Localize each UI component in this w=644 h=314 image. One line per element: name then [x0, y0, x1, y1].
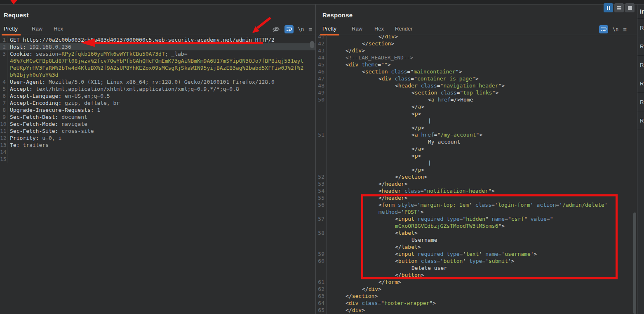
code-line: 55</header> [316, 194, 637, 201]
code-line: 57<input required type="hidden" name="cs… [316, 215, 637, 222]
line-number: 10 [0, 120, 7, 127]
response-tab-pretty[interactable]: Pretty [322, 26, 336, 32]
rows-icon [617, 6, 621, 9]
code-line: 10Sec-Fetch-Mode: navigate [0, 120, 315, 127]
burp-message-editor: Request Pretty Raw Hex [0, 0, 644, 314]
line-number [316, 236, 327, 243]
request-editor[interactable]: 1GET https://0a2c00b0032cb0a483d40137000… [0, 35, 315, 314]
line-number: 7 [0, 99, 7, 106]
line-number: 55 [316, 194, 327, 201]
code-line: 12Priority: u=0, i [0, 135, 315, 142]
response-tab-hex[interactable]: Hex [374, 26, 384, 32]
line-number [316, 117, 327, 124]
code-line: 41</div> [316, 35, 637, 40]
line-number [316, 222, 327, 229]
code-line: </a> [316, 103, 637, 110]
code-line: 47<div class="container is-page"> [316, 75, 637, 82]
code-line: My account [316, 138, 637, 145]
line-number [316, 103, 327, 110]
line-number [0, 64, 7, 71]
inspector-section-row[interactable]: R [637, 93, 644, 111]
single-view-icon [628, 6, 632, 10]
response-tab-render[interactable]: Render [395, 26, 413, 32]
request-tab-hex[interactable]: Hex [54, 26, 63, 32]
line-number: 58 [316, 229, 327, 236]
line-number [316, 152, 327, 159]
line-number: 14 [0, 149, 7, 156]
code-line: </p> [316, 166, 637, 173]
code-line: </label> [316, 243, 637, 250]
code-line: 62</div> [316, 286, 637, 293]
line-number: 51 [316, 131, 327, 138]
newline-icon[interactable]: \n [298, 26, 304, 32]
response-editor[interactable]: 41</div>42</section>43</div>44<!--LAB_HE… [316, 35, 637, 314]
inspector-section-row[interactable]: R [637, 37, 644, 56]
code-line: Username [316, 236, 637, 243]
line-number: 43 [316, 47, 327, 54]
newline-icon[interactable]: \n [613, 26, 618, 32]
code-line: </p> [316, 124, 637, 131]
line-number: 60 [316, 257, 327, 264]
code-line: </a> [316, 145, 637, 152]
single-layout-button[interactable] [625, 3, 635, 12]
request-title: Request [4, 12, 29, 19]
response-tab-raw[interactable]: Raw [352, 26, 362, 32]
word-wrap-icon[interactable] [284, 25, 294, 33]
request-code: 1GET https://0a2c00b0032cb0a483d40137000… [0, 36, 315, 163]
code-line: <p> [316, 110, 637, 117]
line-number [316, 272, 327, 279]
line-number: 6 [0, 92, 7, 99]
line-number: 53 [316, 180, 327, 187]
code-line: mCxoORBGVEdbzjGZsTMoodTW3tM5oms6"> [316, 222, 637, 229]
layout-buttons [604, 3, 635, 12]
columns-icon [607, 6, 608, 10]
word-wrap-icon[interactable] [599, 25, 608, 33]
eye-off-icon[interactable] [272, 26, 280, 33]
line-number: 56 [316, 201, 327, 208]
columns-layout-button[interactable] [604, 3, 613, 12]
line-number: 15 [0, 156, 7, 163]
code-line: 45<div theme=""> [316, 61, 637, 68]
code-line: 54<header class="notification-header"> [316, 187, 637, 194]
response-panel: Response Pretty Raw Hex Render \n ≡ 41</… [316, 5, 637, 314]
line-number: 44 [316, 54, 327, 61]
line-number [316, 138, 327, 145]
line-number: 65 [316, 307, 327, 314]
code-line: 52</section> [316, 173, 637, 180]
line-number [316, 243, 327, 250]
inspector-header[interactable]: In [637, 5, 644, 19]
menu-icon[interactable]: ≡ [308, 26, 312, 33]
request-tab-raw[interactable]: Raw [32, 26, 42, 32]
response-tabbar: Pretty Raw Hex Render [316, 23, 637, 35]
inspector-section-row[interactable]: R [637, 74, 644, 93]
code-line: 4User-Agent: Mozilla/5.0 (X11; Linux x86… [0, 78, 315, 85]
request-scrollbar-thumb[interactable] [310, 41, 314, 48]
code-line: 7Accept-Encoding: gzip, deflate, br [0, 99, 315, 106]
rows-layout-button[interactable] [614, 3, 624, 12]
line-number: 46 [316, 68, 327, 75]
line-number [316, 166, 327, 173]
line-number: 54 [316, 187, 327, 194]
code-line: 56<form style='margin-top: 1em' class='l… [316, 201, 637, 208]
response-scrollbar-thumb[interactable] [633, 212, 636, 314]
line-number: 11 [0, 127, 7, 135]
inspector-section-row[interactable]: R [637, 56, 644, 74]
inspector-section-row[interactable]: R [637, 19, 644, 37]
code-line: b%2bjyh0uYuY%3d [0, 71, 315, 78]
inspector-section-row[interactable]: R [637, 111, 644, 130]
code-line: 46<section class="maincontainer"> [316, 68, 637, 75]
line-number [316, 145, 327, 152]
response-code: 41</div>42</section>43</div>44<!--LAB_HE… [316, 35, 637, 314]
menu-icon[interactable]: ≡ [623, 26, 627, 33]
request-tab-pretty[interactable]: Pretty [4, 26, 18, 32]
line-number: 9 [0, 113, 7, 120]
code-line: 1GET https://0a2c00b0032cb0a483d40137000… [0, 36, 315, 43]
code-line: 3Cookie: session=RPy2fqkb160yuMYk6wWYTkC… [0, 50, 315, 57]
line-number: 41 [316, 35, 327, 40]
code-line: <p> [316, 152, 637, 159]
line-number: 4 [0, 78, 7, 85]
line-number: 2 [0, 43, 7, 50]
code-line: 50<a href=/>Home [316, 96, 637, 103]
line-number [316, 159, 327, 166]
line-number [316, 124, 327, 131]
